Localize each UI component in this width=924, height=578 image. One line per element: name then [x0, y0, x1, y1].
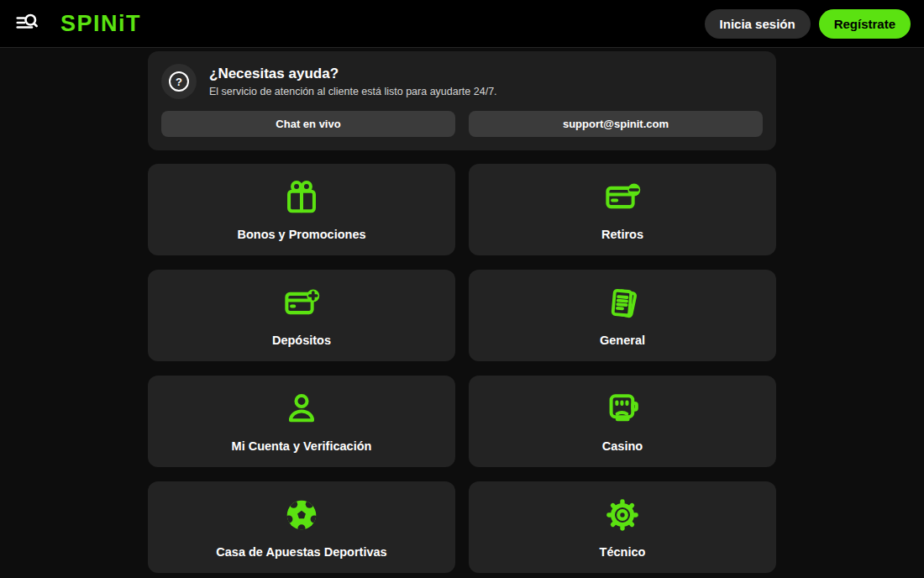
category-card[interactable]: General [469, 270, 776, 361]
category-label: Depósitos [272, 334, 331, 347]
category-card[interactable]: Bonos y Promociones [148, 164, 455, 255]
category-label: Mi Cuenta y Verificación [232, 439, 372, 453]
question-mark-icon: ? [161, 64, 197, 99]
category-card[interactable]: Mi Cuenta y Verificación [148, 376, 455, 467]
help-subtitle: El servicio de atención al cliente está … [209, 86, 497, 97]
category-card[interactable]: Casino [469, 376, 776, 467]
help-category-grid: Bonos y Promociones Retiros Depósitos Ge… [148, 164, 776, 573]
person-icon [282, 390, 321, 428]
soccer-ball-icon [282, 496, 321, 534]
need-help-header: ? ¿Necesitas ayuda? El servicio de atenc… [161, 64, 763, 99]
category-label: Casa de Apuestas Deportivas [216, 545, 386, 559]
category-label: Bonos y Promociones [237, 228, 365, 241]
support-email-button[interactable]: support@spinit.com [469, 111, 763, 137]
need-help-card: ? ¿Necesitas ayuda? El servicio de atenc… [148, 51, 776, 150]
slot-machine-icon [603, 390, 642, 428]
category-card[interactable]: Depósitos [148, 270, 455, 361]
card-plus-icon [282, 284, 321, 323]
card-minus-icon [603, 178, 642, 217]
top-nav-bar: SPINiT Inicia sesión Regístrate [0, 0, 924, 48]
menu-search-button[interactable] [10, 7, 44, 40]
document-icon [603, 284, 642, 323]
login-button[interactable]: Inicia sesión [705, 9, 811, 39]
live-chat-button[interactable]: Chat en vivo [161, 111, 455, 137]
category-card[interactable]: Retiros [469, 164, 776, 255]
help-page-content: ? ¿Necesitas ayuda? El servicio de atenc… [148, 48, 776, 573]
category-label: Técnico [600, 545, 646, 559]
category-label: Retiros [601, 228, 643, 241]
category-label: Casino [602, 439, 643, 453]
help-actions: Chat en vivo support@spinit.com [161, 111, 763, 137]
help-title: ¿Necesitas ayuda? [209, 66, 497, 82]
gear-icon [603, 496, 642, 534]
category-label: General [600, 334, 645, 347]
page: SPINiT Inicia sesión Regístrate ? ¿Neces… [0, 0, 924, 578]
menu-search-icon [14, 11, 39, 36]
category-card[interactable]: Casa de Apuestas Deportivas [148, 481, 455, 573]
register-button[interactable]: Regístrate [819, 9, 911, 39]
gift-icon [282, 178, 321, 217]
question-mark-glyph: ? [176, 76, 182, 88]
category-card[interactable]: Técnico [469, 481, 776, 573]
spinit-logo[interactable]: SPINiT [60, 11, 141, 37]
